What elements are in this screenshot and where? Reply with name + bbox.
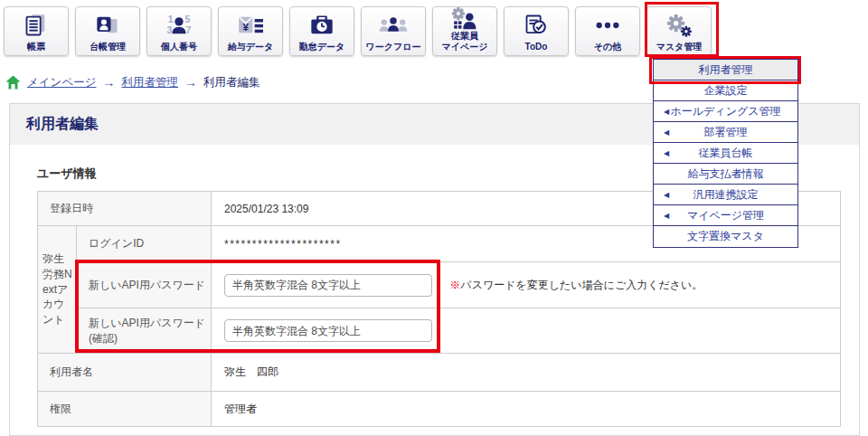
submenu-arrow-icon: ◀	[664, 191, 669, 199]
menu-item-employee-ledger[interactable]: ◀ 従業員台帳	[654, 143, 797, 164]
toolbar-button-todo[interactable]: ToDo	[504, 6, 569, 56]
breadcrumb-link-user-management[interactable]: 利用者管理	[121, 75, 178, 90]
others-icon	[593, 7, 622, 42]
employee-mypage-icon	[450, 5, 479, 31]
toolbar-button-master-admin[interactable]: マスタ管理	[646, 6, 712, 56]
toolbar-button-ledger[interactable]: 台帳管理	[75, 6, 140, 56]
field-value-masked: *********************	[224, 238, 342, 251]
field-label: 登録日時	[38, 192, 212, 226]
svg-text:1: 1	[168, 13, 174, 24]
toolbar-button-salary-data[interactable]: ¥ 給与データ	[218, 6, 283, 56]
toolbar-label: 個人番号	[161, 42, 197, 52]
submenu-arrow-icon: ◀	[664, 212, 669, 220]
toolbar-label: マスタ管理	[656, 42, 703, 52]
menu-item-mypage-management[interactable]: ◀ マイページ管理	[654, 205, 797, 226]
toolbar-button-others[interactable]: その他	[575, 6, 640, 56]
section-title-user-info: ユーザ情報	[37, 166, 97, 182]
svg-text:¥: ¥	[243, 21, 250, 33]
toolbar-button-report[interactable]: 帳票	[4, 6, 69, 56]
toolbar-label: 帳票	[27, 42, 45, 52]
field-value: 管理者	[212, 392, 841, 427]
svg-text:5: 5	[184, 13, 190, 24]
table-row-new-api-password: 新しいAPI用パスワード ※パスワードを変更したい場合にご入力ください。	[38, 262, 841, 308]
toolbar-label: 従業員 マイページ	[442, 31, 488, 52]
toolbar-button-workflow[interactable]: ワークフロー	[361, 6, 426, 56]
submenu-arrow-icon: ◀	[664, 128, 669, 137]
menu-item-character-replacement-master[interactable]: 文字置換マスタ	[654, 226, 797, 247]
attendance-data-icon	[307, 7, 336, 42]
page-title: 利用者編集	[26, 115, 99, 134]
submenu-arrow-icon: ◀	[664, 149, 669, 157]
toolbar-label: 給与データ	[228, 42, 273, 52]
toolbar-button-my-number[interactable]: 1 5 3 7 個人番号	[146, 6, 212, 56]
toolbar-button-attendance-data[interactable]: 勤怠データ	[289, 6, 354, 56]
home-icon[interactable]	[5, 75, 21, 90]
field-label: 権限	[38, 392, 212, 427]
toolbar-label: ワークフロー	[366, 42, 421, 52]
menu-item-holdings-management[interactable]: ◀ ホールディングス管理	[654, 101, 797, 122]
master-admin-icon	[664, 7, 694, 42]
field-value: 弥生 四郎	[212, 354, 841, 392]
toolbar-label: ToDo	[525, 42, 548, 52]
breadcrumb-current-user-edit: 利用者編集	[203, 75, 260, 90]
salary-data-icon: ¥	[236, 7, 265, 42]
report-icon	[22, 7, 51, 42]
menu-item-generic-integration-settings[interactable]: ◀ 汎用連携設定	[654, 185, 797, 205]
field-label: 新しいAPI用パスワード(確認)	[77, 308, 212, 354]
field-label: 利用者名	[38, 354, 212, 392]
submenu-arrow-icon: ◀	[664, 108, 669, 116]
breadcrumb: メインページ → 利用者管理 → 利用者編集	[5, 74, 259, 90]
table-row-new-api-password-confirm: 新しいAPI用パスワード(確認)	[38, 308, 841, 354]
password-note: ※パスワードを変更したい場合にご入力ください。	[449, 279, 703, 291]
field-label: 新しいAPI用パスワード	[77, 262, 212, 308]
workflow-icon	[378, 7, 409, 42]
table-row-user-name: 利用者名 弥生 四郎	[38, 354, 841, 392]
breadcrumb-separator: →	[102, 75, 115, 90]
ledger-icon	[93, 7, 122, 42]
todo-icon	[522, 7, 551, 42]
menu-item-department-management[interactable]: ◀ 部署管理	[654, 122, 797, 143]
breadcrumb-separator: →	[184, 75, 197, 90]
breadcrumb-link-mainpage[interactable]: メインページ	[27, 75, 96, 90]
group-label-yayoi-romu-next-account: 弥生労務Nextアカウント	[38, 226, 77, 354]
svg-text:3: 3	[167, 24, 173, 35]
toolbar-label: 勤怠データ	[299, 42, 344, 52]
field-label: ログインID	[77, 226, 212, 262]
menu-item-company-settings[interactable]: 企業設定	[654, 81, 797, 101]
required-mark: ※	[449, 279, 460, 291]
svg-text:7: 7	[186, 24, 192, 35]
new-api-password-input[interactable]	[224, 274, 432, 297]
menu-item-user-management[interactable]: 利用者管理	[654, 60, 797, 81]
toolbar-button-employee-mypage[interactable]: 従業員 マイページ	[432, 6, 497, 56]
menu-item-salary-payer-info[interactable]: 給与支払者情報	[654, 164, 797, 185]
toolbar-label: 台帳管理	[90, 42, 126, 52]
table-row-permission: 権限 管理者	[38, 392, 841, 427]
master-admin-dropdown-menu: 利用者管理 企業設定 ◀ ホールディングス管理 ◀ 部署管理 ◀ 従業員台帳 給…	[653, 59, 798, 248]
toolbar-label: その他	[594, 42, 621, 52]
main-toolbar: 帳票 台帳管理 1 5 3 7 個人番号	[4, 6, 712, 56]
my-number-icon: 1 5 3 7	[165, 7, 193, 42]
new-api-password-confirm-input[interactable]	[224, 319, 432, 342]
